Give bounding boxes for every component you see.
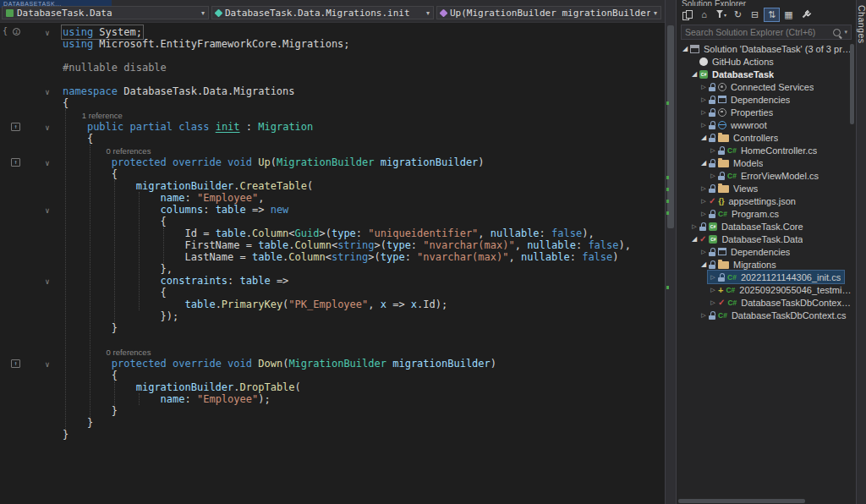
code-row[interactable]: #nullable disable [0,62,665,74]
code-row[interactable]: } [0,417,665,429]
sync-active-document-icon[interactable]: ⇅ [764,8,780,22]
code-row[interactable]: { [0,370,665,381]
code-row[interactable] [0,50,665,62]
tree-item[interactable]: ▷Properties [677,106,856,118]
search-options-caret[interactable]: ▾ [844,29,847,36]
margin-glyph-icon[interactable]: ↑ [11,158,20,167]
tree-item[interactable]: ▷Views [677,182,856,194]
code-row[interactable]: migrationBuilder.CreateTable( [0,180,665,192]
codelens-references[interactable]: 0 references [107,146,151,156]
scrollbar-thumb[interactable] [678,499,805,503]
expander-icon[interactable]: ▷ [708,274,718,281]
expander-icon[interactable]: ▷ [699,109,709,116]
codelens-row[interactable]: 1 reference [0,109,665,121]
editor-vertical-scrollbar[interactable] [665,0,676,504]
margin-glyph-icon[interactable]: ↑ [11,123,20,131]
code-row[interactable]: name: "Employee"); [0,393,665,405]
codelens-references[interactable]: 0 references [107,348,151,357]
code-row[interactable]: FirstName = table.Column<string>(type: "… [0,239,665,251]
tree-item[interactable]: ▷C#20221121144306_init.cs [677,271,856,283]
expander-icon[interactable]: ▷ [699,198,709,205]
expander-icon[interactable]: ▷ [708,147,718,154]
changes-tab[interactable]: Changes [857,0,866,44]
tree-item[interactable]: ▷✓C#DatabaseTaskDbContextMod... [677,296,856,309]
expander-icon[interactable]: ▷ [708,287,718,293]
expander-icon[interactable]: ◢ [699,134,709,141]
tree-item[interactable]: ▷C#ErrorViewModel.cs [677,169,856,182]
tree-item[interactable]: ▷✓{}appsettings.json [677,194,856,207]
expander-icon[interactable]: ▷ [699,312,709,319]
expander-icon[interactable]: ▷ [699,249,709,255]
expander-icon[interactable]: ▷ [689,223,699,230]
expander-icon[interactable]: ▷ [708,299,718,306]
code-row[interactable]: name: "Employee", [0,192,665,204]
scrollbar-thumb[interactable] [850,44,854,124]
tree-item[interactable]: ▷C#Program.cs [677,207,856,220]
code-row[interactable]: { [0,287,665,299]
tree-item[interactable]: ◢Solution 'DatabaseTask' (3 of 3 project… [677,42,856,55]
code-row[interactable]: table.PrimaryKey("PK_Employee", x => x.I… [0,299,665,310]
filter-icon[interactable]: ▾ [713,8,729,22]
show-all-files-icon[interactable]: ▦ [781,8,797,22]
code-row[interactable]: using Microsoft.EntityFrameworkCore.Migr… [0,38,665,50]
search-icon[interactable] [833,29,841,36]
code-row[interactable]: }, [0,263,665,275]
code-row[interactable]: ↑∨ protected override void Up(MigrationB… [0,156,665,168]
code-row[interactable]: } [0,322,665,334]
code-row[interactable]: ∨ columns: table => new [0,204,665,216]
tree-item[interactable]: ◢Migrations [677,258,856,271]
expander-icon[interactable]: ▷ [699,122,709,129]
expander-icon[interactable]: ◢ [680,45,690,52]
code-row[interactable]: { [0,133,665,145]
code-row[interactable]: ↑∨ protected override void Down(Migratio… [0,358,665,370]
explorer-vertical-scrollbar[interactable] [849,41,855,496]
tree-item[interactable]: ▷C#DatabaseTaskDbContext.cs [677,309,856,321]
explorer-horizontal-scrollbar[interactable] [677,497,849,504]
code-row[interactable] [0,334,665,346]
tree-item[interactable]: GitHub Actions [677,55,856,68]
code-row[interactable]: { [0,216,665,227]
code-editor[interactable]: {i∨using System;using Microsoft.EntityFr… [0,23,665,504]
expander-icon[interactable]: ▷ [699,84,709,90]
codelens-row[interactable]: 0 references [0,145,665,156]
expander-icon[interactable]: ◢ [689,70,699,78]
scrollbar-thumb[interactable] [667,25,674,228]
code-row[interactable]: { [0,168,665,180]
code-row[interactable]: } [0,405,665,417]
expander-icon[interactable]: ▷ [708,173,718,179]
tree-item[interactable]: ◢Models [677,156,856,169]
code-row[interactable]: Id = table.Column<Guid>(type: "uniqueide… [0,227,665,239]
code-row[interactable]: }); [0,310,665,322]
tree-item[interactable]: ▷+C#20250929055046_testmigratsio... [677,283,856,296]
refresh-icon[interactable]: ↻ [730,8,746,22]
expander-icon[interactable]: ◢ [689,235,699,243]
expander-icon[interactable]: ◢ [699,260,709,268]
code-row[interactable]: { [0,97,665,109]
expander-icon[interactable]: ▷ [699,211,709,217]
tree-item[interactable]: ▷wwwroot [677,118,856,131]
expander-icon[interactable]: ▷ [699,185,709,192]
code-row[interactable] [0,74,665,85]
tree-item[interactable]: ▷C#DatabaseTask.Core [677,220,856,233]
project-dropdown[interactable]: DatabaseTask.Data ▾ [2,6,209,19]
member-dropdown[interactable]: Up(MigrationBuilder migrationBuilder) ▾ [436,6,661,19]
type-dropdown[interactable]: DatabaseTask.Data.Migrations.init ▾ [211,6,434,19]
code-row[interactable]: LastName = table.Column<string>(type: "n… [0,251,665,263]
tree-item[interactable]: ▷Dependencies [677,245,856,258]
code-row[interactable]: } [0,429,665,441]
tree-item[interactable]: ▷C#HomeController.cs [677,144,856,156]
tree-item[interactable]: ◢C#DatabaseTask [677,68,856,80]
code-row[interactable]: migrationBuilder.DropTable( [0,381,665,393]
code-row[interactable]: ↑∨ public partial class init : Migration [0,121,665,133]
tree-item[interactable]: ◢✓C#DatabaseTask.Data [677,233,856,245]
expander-icon[interactable]: ▷ [699,96,709,103]
tree-item[interactable]: ▷Connected Services [677,80,856,93]
code-row[interactable]: ∨namespace DatabaseTask.Data.Migrations [0,85,665,97]
expander-icon[interactable]: ◢ [699,159,709,167]
code-row[interactable]: {i∨using System; [0,26,665,38]
home-icon[interactable]: ⌂ [696,8,712,22]
tree-item[interactable]: ◢Controllers [677,131,856,144]
collapse-all-icon[interactable]: ⊟ [747,8,763,22]
properties-icon[interactable] [797,8,814,22]
codelens-references[interactable]: 1 reference [82,111,123,120]
